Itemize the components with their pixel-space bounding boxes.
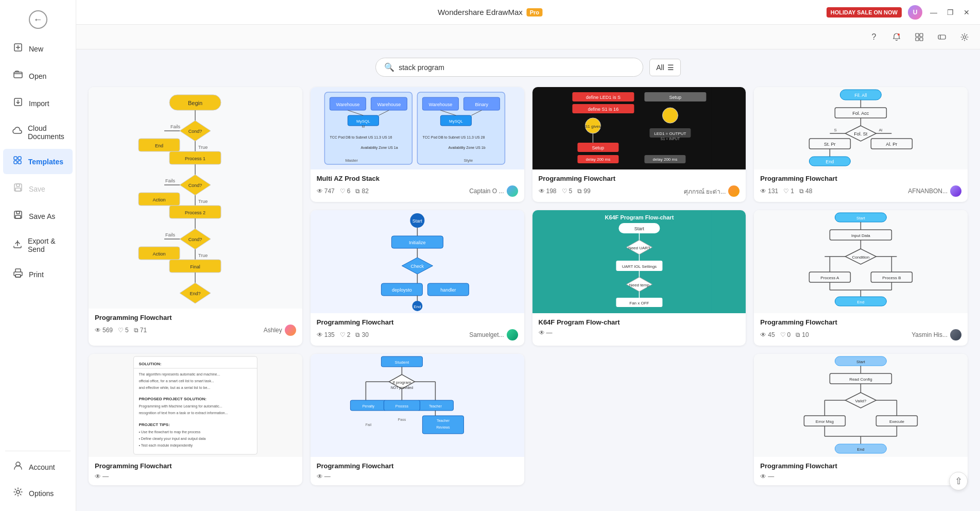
card-title-8: Programming Flowchart — [95, 462, 296, 470]
svg-text:The algorithm represents autom: The algorithm represents automatic and m… — [139, 372, 220, 377]
card-info-6: K64F Program Flow-chart 👁— — [532, 313, 746, 342]
sidebar-item-cloud[interactable]: Cloud Documents — [3, 118, 73, 147]
sidebar-item-templates[interactable]: Templates — [3, 149, 73, 174]
main-area: Wondershare EdrawMax Pro HOLIDAY SALE ON… — [76, 0, 980, 511]
svg-text:Student: Student — [394, 360, 409, 365]
card-author-1: Ashley — [264, 325, 296, 336]
svg-text:End: End — [826, 159, 834, 164]
sidebar-item-options[interactable]: Options — [3, 481, 73, 506]
template-card-3[interactable]: define LED1 is S define S1 is 16 S1 give… — [532, 87, 746, 202]
svg-text:Error Msg: Error Msg — [816, 419, 834, 424]
grid-icon[interactable] — [912, 30, 926, 44]
svg-rect-8 — [15, 188, 21, 191]
svg-text:Al. Pr: Al. Pr — [886, 142, 898, 147]
svg-text:UART IOL Settings: UART IOL Settings — [622, 264, 656, 269]
svg-text:Warehouse: Warehouse — [377, 102, 401, 107]
new-icon — [12, 42, 24, 55]
template-card-1[interactable]: Begin Cond? Fails End True Process 1 — [89, 87, 302, 346]
svg-text:Start: Start — [856, 216, 866, 220]
svg-text:LED1 = OUTPUT: LED1 = OUTPUT — [654, 131, 686, 136]
back-arrow-icon[interactable]: ← — [29, 10, 47, 29]
svg-text:Style: Style — [463, 158, 473, 163]
author-avatar-2 — [507, 185, 518, 197]
card-title-5: Programming Flowchart — [317, 318, 518, 326]
template-card-9[interactable]: Student If program NOT provided Penalty … — [311, 354, 524, 485]
card-title-1: Programming Flowchart — [95, 314, 296, 321]
svg-text:Master: Master — [345, 158, 358, 163]
back-button[interactable]: ← — [0, 4, 76, 35]
svg-text:Check: Check — [410, 264, 424, 269]
user-avatar[interactable]: U — [908, 5, 922, 20]
svg-text:recognition of text from a tas: recognition of text from a task or to ex… — [139, 411, 228, 415]
card-meta-6: 👁— — [539, 329, 740, 336]
svg-text:Condition: Condition — [852, 255, 870, 260]
template-card-8[interactable]: SOLUTION: The algorithm represents autom… — [89, 354, 302, 485]
sidebar-bottom: Account Options — [0, 448, 76, 507]
svg-rect-21 — [938, 35, 945, 39]
close-button[interactable]: ✕ — [961, 7, 972, 18]
svg-rect-13 — [15, 275, 21, 277]
author-avatar-3 — [728, 185, 740, 197]
minimize-button[interactable]: — — [929, 7, 939, 18]
svg-text:• Define clearly your input an: • Define clearly your input and output d… — [139, 437, 205, 441]
filter-button[interactable]: All ☰ — [649, 59, 681, 76]
sidebar-item-import[interactable]: Import — [3, 91, 73, 116]
svg-text:Process: Process — [395, 404, 408, 408]
svg-text:End: End — [857, 300, 865, 304]
sidebar-item-export[interactable]: Export & Send — [3, 231, 73, 260]
search-bar[interactable]: 🔍 — [375, 58, 643, 77]
import-icon — [12, 97, 24, 110]
svg-text:Initialize: Initialize — [409, 240, 426, 245]
svg-text:End?: End? — [190, 291, 201, 296]
card-info-5: Programming Flowchart 👁135 ♡2 ⧉30 Samuel… — [311, 313, 524, 346]
template-card-7[interactable]: Start Input Data Condition Process A — [754, 210, 968, 346]
template-card-10[interactable]: Start Read Config Valid? Error Msg — [754, 354, 968, 485]
sale-badge[interactable]: HOLIDAY SALE ON NOW — [827, 7, 902, 18]
card-meta-9: 👁— — [317, 473, 518, 480]
heart-icon: ♡ — [118, 327, 124, 334]
svg-text:PROJECT TIPS:: PROJECT TIPS: — [139, 422, 169, 427]
svg-text:End: End — [593, 169, 599, 169]
svg-text:MySQL: MySQL — [356, 119, 370, 124]
svg-text:Input Data: Input Data — [851, 233, 870, 238]
svg-text:Process 2: Process 2 — [185, 210, 205, 215]
likes-1: ♡ 5 — [118, 327, 129, 334]
maximize-button[interactable]: ❐ — [945, 7, 955, 18]
sidebar-item-label-account: Account — [29, 463, 55, 471]
svg-text:End: End — [857, 447, 865, 452]
help-icon[interactable]: ? — [867, 30, 881, 44]
svg-text:Cond?: Cond? — [188, 183, 202, 188]
svg-text:Availability Zone US 1a: Availability Zone US 1a — [360, 146, 398, 150]
sidebar-item-label-new: New — [29, 45, 43, 53]
scroll-top-button[interactable]: ⇧ — [949, 472, 968, 490]
svg-text:Fil. All: Fil. All — [855, 93, 867, 98]
svg-point-23 — [964, 36, 966, 38]
svg-text:Cond?: Cond? — [188, 129, 202, 134]
notifications-icon[interactable] — [889, 30, 904, 44]
sidebar-item-open[interactable]: Open — [3, 63, 73, 89]
print-icon — [12, 268, 24, 281]
template-card-2[interactable]: Warehouse Warehouse MySQL M Warehouse — [311, 87, 524, 202]
views-1: 👁 569 — [95, 327, 113, 334]
card-title-10: Programming Flowchart — [760, 462, 961, 470]
sidebar-item-account[interactable]: Account — [3, 454, 73, 480]
settings-icon[interactable] — [957, 30, 972, 44]
svg-text:Read Config: Read Config — [849, 377, 872, 382]
card-meta-1: 👁 569 ♡ 5 ⧉ 71 Ashley — [95, 325, 296, 336]
search-input[interactable] — [399, 63, 634, 72]
svg-rect-3 — [14, 72, 22, 78]
sidebar-item-new[interactable]: New — [3, 36, 73, 61]
options-icon — [12, 487, 24, 500]
eye-icon: 👁 — [95, 327, 101, 334]
template-card-4[interactable]: Fil. All Fol. Acc Fol. St S Al St. Pr — [754, 87, 968, 202]
theme-icon[interactable] — [935, 30, 949, 44]
card-info-4: Programming Flowchart 👁131 ♡1 ⧉48 AFNANB… — [754, 169, 968, 202]
svg-text:Start: Start — [856, 360, 866, 364]
sidebar-item-print[interactable]: Print — [3, 262, 73, 287]
template-card-6[interactable]: K64F Program Flow-chart Start Need UART … — [532, 210, 746, 346]
template-card-5[interactable]: Start Initialize Check deploysto handler — [311, 210, 524, 346]
svg-text:Start: Start — [634, 226, 644, 231]
svg-point-99 — [662, 108, 678, 123]
sidebar-item-saveas[interactable]: Save As — [3, 203, 73, 229]
svg-text:• Test each module independent: • Test each module independently — [139, 444, 193, 448]
